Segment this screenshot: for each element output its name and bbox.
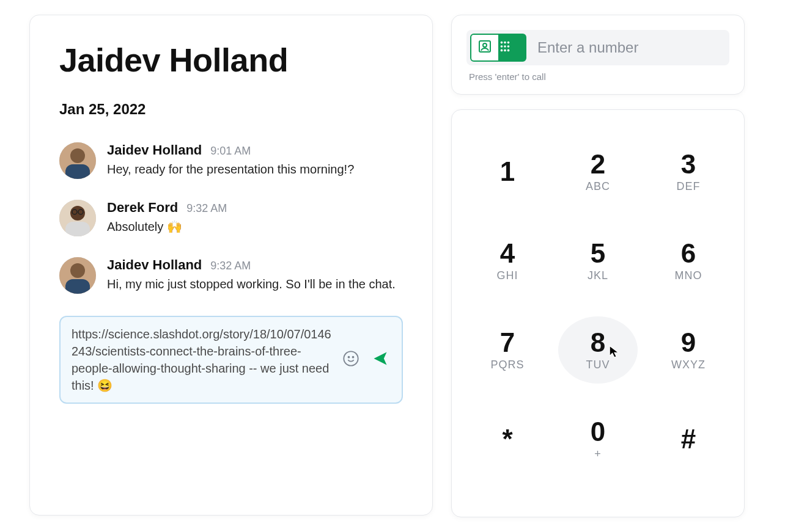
key-digit: 3 — [681, 151, 696, 178]
svg-point-17 — [504, 42, 506, 44]
contact-mode-tab[interactable] — [471, 35, 498, 60]
keypad-key-5[interactable]: 5JKL — [558, 227, 638, 294]
key-digit: 6 — [681, 240, 696, 267]
keypad-key-1[interactable]: 1 — [468, 138, 547, 205]
message: Jaidev Holland 9:01 AM Hey, ready for th… — [59, 142, 403, 179]
message: Derek Ford 9:32 AM Absolutely 🙌 — [59, 200, 403, 236]
keypad-key-*[interactable]: * — [468, 406, 547, 473]
key-letters: MNO — [675, 269, 702, 282]
keypad-mode-tab[interactable] — [498, 35, 525, 60]
keypad-key-8[interactable]: 8TUV — [558, 316, 638, 384]
number-input-row — [466, 30, 729, 65]
key-letters: TUV — [586, 359, 610, 371]
key-digit: 7 — [500, 329, 515, 356]
svg-point-13 — [353, 357, 354, 358]
keypad-key-0[interactable]: 0+ — [558, 406, 638, 473]
avatar — [59, 200, 96, 236]
svg-point-18 — [507, 42, 510, 44]
keypad-key-3[interactable]: 3DEF — [649, 138, 728, 205]
message-text: Absolutely 🙌 — [107, 218, 403, 236]
svg-rect-7 — [65, 222, 90, 236]
key-digit: 4 — [500, 240, 515, 267]
keypad-panel: 12ABC3DEF4GHI5JKL6MNO7PQRS8TUV9WXYZ*0+# — [451, 109, 745, 517]
svg-point-15 — [483, 43, 487, 47]
key-digit: 5 — [591, 240, 605, 267]
svg-point-20 — [504, 45, 506, 48]
message-composer[interactable]: https://science.slashdot.org/story/18/10… — [59, 316, 403, 404]
svg-point-12 — [348, 357, 350, 358]
message-author: Jaidev Holland — [107, 142, 202, 158]
dialer-input-panel: Press 'enter' to call — [451, 15, 745, 95]
message-time: 9:32 AM — [210, 260, 251, 272]
svg-point-22 — [501, 49, 503, 52]
message-author: Derek Ford — [107, 200, 178, 216]
keypad-key-9[interactable]: 9WXYZ — [649, 316, 728, 384]
key-digit: 9 — [681, 329, 696, 356]
smiley-icon — [342, 350, 359, 370]
avatar — [59, 142, 96, 179]
key-letters: GHI — [496, 269, 518, 282]
svg-point-16 — [501, 42, 503, 44]
svg-point-11 — [344, 351, 358, 365]
composer-input[interactable]: https://science.slashdot.org/story/18/10… — [72, 326, 332, 394]
input-mode-toggle[interactable] — [470, 34, 526, 62]
keypad-key-7[interactable]: 7PQRS — [468, 316, 547, 384]
person-icon — [477, 39, 492, 56]
chat-date: Jan 25, 2022 — [59, 101, 403, 118]
keypad-key-6[interactable]: 6MNO — [649, 227, 728, 294]
keypad-grid: 12ABC3DEF4GHI5JKL6MNO7PQRS8TUV9WXYZ*0+# — [465, 138, 731, 473]
message-time: 9:32 AM — [186, 202, 227, 215]
key-digit: 0 — [591, 418, 605, 445]
key-letters: DEF — [677, 180, 701, 193]
key-digit: 2 — [591, 151, 605, 178]
message-author: Jaidev Holland — [107, 257, 202, 273]
svg-point-23 — [504, 49, 506, 52]
message: Jaidev Holland 9:32 AM Hi, my mic just s… — [59, 257, 403, 294]
key-digit: 1 — [500, 158, 515, 185]
message-text: Hey, ready for the presentation this mor… — [107, 161, 403, 178]
keypad-key-2[interactable]: 2ABC — [558, 138, 638, 205]
key-digit: # — [681, 426, 696, 453]
svg-rect-10 — [65, 279, 90, 294]
svg-rect-2 — [65, 164, 90, 179]
key-letters: WXYZ — [671, 359, 706, 371]
key-letters: PQRS — [490, 359, 524, 371]
dialpad-icon — [498, 40, 512, 56]
key-letters: ABC — [586, 180, 610, 193]
svg-point-9 — [70, 263, 85, 278]
messages-list: Jaidev Holland 9:01 AM Hey, ready for th… — [59, 142, 403, 294]
key-digit: 8 — [591, 329, 605, 356]
svg-point-21 — [507, 45, 510, 48]
key-letters: + — [594, 448, 602, 461]
send-icon — [372, 350, 389, 370]
keypad-key-4[interactable]: 4GHI — [468, 227, 547, 294]
send-button[interactable] — [370, 349, 391, 370]
dialer-hint: Press 'enter' to call — [466, 71, 729, 82]
keypad-key-#[interactable]: # — [649, 406, 728, 473]
key-letters: JKL — [588, 269, 608, 282]
message-time: 9:01 AM — [210, 145, 251, 158]
cursor-icon — [608, 344, 622, 358]
svg-point-1 — [70, 148, 85, 163]
phone-number-input[interactable] — [530, 33, 729, 62]
chat-panel: Jaidev Holland Jan 25, 2022 Jaidev Holla… — [29, 15, 433, 516]
svg-point-19 — [501, 45, 503, 48]
chat-title: Jaidev Holland — [59, 41, 403, 79]
avatar — [59, 257, 96, 294]
message-text: Hi, my mic just stopped working. So I'll… — [107, 275, 403, 293]
emoji-button[interactable] — [341, 349, 361, 370]
key-digit: * — [502, 426, 512, 453]
svg-point-24 — [507, 49, 510, 52]
